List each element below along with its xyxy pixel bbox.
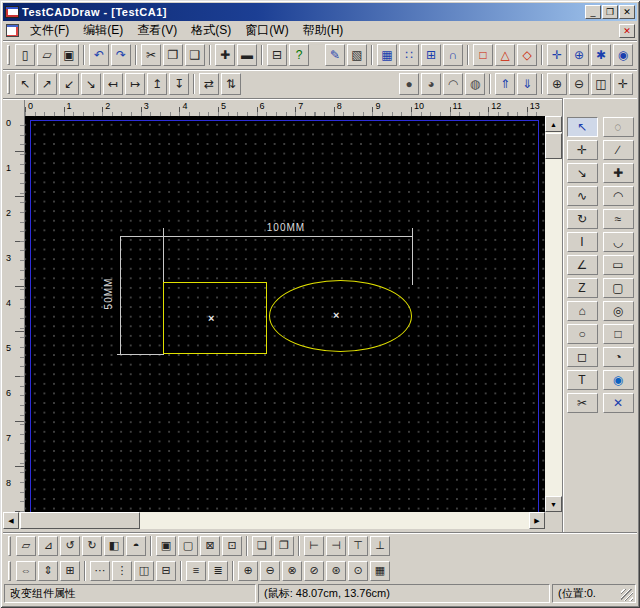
- world-view[interactable]: ◉: [613, 44, 633, 66]
- distribute-horizontal[interactable]: ⋯: [90, 561, 110, 581]
- close-button[interactable]: ✕: [619, 5, 635, 19]
- rotate-right[interactable]: ↻: [82, 536, 102, 556]
- polyline-tool[interactable]: ∠: [567, 255, 598, 275]
- toolbar-grip[interactable]: [8, 536, 11, 556]
- line-tool[interactable]: ∕: [603, 140, 634, 160]
- swap-horizontal[interactable]: ⇄: [199, 73, 219, 95]
- bring-to-front[interactable]: ❏: [252, 536, 272, 556]
- window-resize-grip[interactable]: [621, 589, 633, 601]
- zoom-out[interactable]: ⊖: [569, 73, 589, 95]
- toolbar-grip[interactable]: [7, 74, 10, 94]
- crosshair[interactable]: ✛: [547, 44, 567, 66]
- combine[interactable]: ⊕: [238, 561, 258, 581]
- snap-objects[interactable]: ∩: [443, 44, 463, 66]
- send-to-back[interactable]: ❐: [274, 536, 294, 556]
- show-grid[interactable]: ∷: [399, 44, 419, 66]
- move-down[interactable]: ↧: [169, 73, 189, 95]
- same-size[interactable]: ⊞: [60, 561, 80, 581]
- move-up-right[interactable]: ↗: [37, 73, 57, 95]
- snap-center[interactable]: ⊙: [348, 561, 368, 581]
- align-top[interactable]: ⊤: [348, 536, 368, 556]
- paste[interactable]: ❑: [185, 44, 205, 66]
- wave-tool[interactable]: ≈: [603, 209, 634, 229]
- lower-object[interactable]: ⇓: [517, 73, 537, 95]
- intersect[interactable]: ⊗: [282, 561, 302, 581]
- horizontal-scrollbar[interactable]: ◀ ▶: [3, 512, 545, 529]
- undo[interactable]: ↶: [89, 44, 109, 66]
- title-bar[interactable]: TestCADDraw - [TestCA1] _ ❐ ✕: [3, 3, 637, 21]
- minimize-button[interactable]: _: [585, 5, 601, 19]
- center-vertical[interactable]: ⊟: [156, 561, 176, 581]
- rectangle-shape[interactable]: [163, 282, 267, 354]
- menu-item[interactable]: 格式(S): [184, 20, 238, 41]
- exclude[interactable]: ⊘: [304, 561, 324, 581]
- insert-triangle[interactable]: △: [495, 44, 515, 66]
- chord-tool[interactable]: ◡: [603, 232, 634, 252]
- cut[interactable]: ✂: [141, 44, 161, 66]
- settings[interactable]: ✱: [591, 44, 611, 66]
- vertical-scroll-thumb[interactable]: [545, 133, 562, 159]
- move-left[interactable]: ↤: [103, 73, 123, 95]
- space-across[interactable]: ≡: [186, 561, 206, 581]
- toolbar-grip[interactable]: [8, 561, 11, 581]
- align-right[interactable]: ⊣: [326, 536, 346, 556]
- align-left[interactable]: ⊢: [304, 536, 324, 556]
- move-right[interactable]: ↦: [125, 73, 145, 95]
- perspective-tool[interactable]: ⊿: [38, 536, 58, 556]
- raise-object[interactable]: ⇑: [495, 73, 515, 95]
- center-view[interactable]: ⊕: [569, 44, 589, 66]
- horizontal-scroll-thumb[interactable]: [20, 512, 140, 529]
- circle-tool[interactable]: ○: [567, 324, 598, 344]
- rectangle-tool[interactable]: □: [603, 324, 634, 344]
- unlock[interactable]: ⊡: [222, 536, 242, 556]
- donut-tool[interactable]: ◎: [603, 301, 634, 321]
- ungroup[interactable]: ▢: [178, 536, 198, 556]
- menu-item[interactable]: 窗口(W): [238, 20, 295, 41]
- grid-style[interactable]: ⊞: [421, 44, 441, 66]
- help[interactable]: ?: [289, 44, 309, 66]
- rounded-rect-tool[interactable]: ◻: [567, 347, 598, 367]
- bubble-tool[interactable]: ▢: [603, 278, 634, 298]
- menu-item[interactable]: 编辑(E): [76, 20, 130, 41]
- distribute-vertical[interactable]: ⋮: [112, 561, 132, 581]
- scroll-up-button[interactable]: ▲: [545, 116, 562, 132]
- zoom-in[interactable]: ⊕: [547, 73, 567, 95]
- menu-item[interactable]: 文件(F): [23, 20, 76, 41]
- flip-vertical[interactable]: ◓: [126, 536, 146, 556]
- move-up-left[interactable]: ↖: [15, 73, 35, 95]
- print[interactable]: ⊟: [267, 44, 287, 66]
- swap-vertical[interactable]: ⇅: [221, 73, 241, 95]
- same-width[interactable]: ⇔: [16, 561, 36, 581]
- align-bottom[interactable]: ⊥: [370, 536, 390, 556]
- redo[interactable]: ↷: [111, 44, 131, 66]
- save[interactable]: ▣: [59, 44, 79, 66]
- snap-to-grid[interactable]: ▦: [377, 44, 397, 66]
- subtract[interactable]: ⊖: [260, 561, 280, 581]
- sphere-shape[interactable]: ◍: [465, 73, 485, 95]
- copy[interactable]: ❐: [163, 44, 183, 66]
- group[interactable]: ▣: [156, 536, 176, 556]
- lock[interactable]: ⊠: [200, 536, 220, 556]
- menu-item[interactable]: 查看(V): [130, 20, 184, 41]
- delete-tool[interactable]: ✕: [603, 393, 634, 413]
- link-objects[interactable]: ◫: [591, 73, 611, 95]
- insert-polygon[interactable]: ◇: [517, 44, 537, 66]
- insert-rectangle[interactable]: □: [473, 44, 493, 66]
- scissors-tool[interactable]: ✂: [567, 393, 598, 413]
- scroll-down-button[interactable]: ▼: [545, 496, 562, 512]
- menu-item[interactable]: 帮助(H): [296, 20, 351, 41]
- object-properties[interactable]: ✛: [613, 73, 633, 95]
- ellipse-shape[interactable]: [269, 280, 412, 352]
- curve-tool[interactable]: ∿: [567, 186, 598, 206]
- select-tool[interactable]: ↖: [567, 117, 598, 137]
- open[interactable]: ▱: [37, 44, 57, 66]
- pick-mode[interactable]: ▧: [347, 44, 367, 66]
- pen-tool[interactable]: ↘: [567, 163, 598, 183]
- toolbar-grip[interactable]: [7, 45, 10, 65]
- move-down-right[interactable]: ↘: [81, 73, 101, 95]
- callout-tool[interactable]: ▭: [603, 255, 634, 275]
- cross-marker-tool[interactable]: ✚: [603, 163, 634, 183]
- draw-mode[interactable]: ✎: [325, 44, 345, 66]
- center-horizontal[interactable]: ◫: [134, 561, 154, 581]
- rotate-select-tool[interactable]: ◌: [603, 117, 634, 137]
